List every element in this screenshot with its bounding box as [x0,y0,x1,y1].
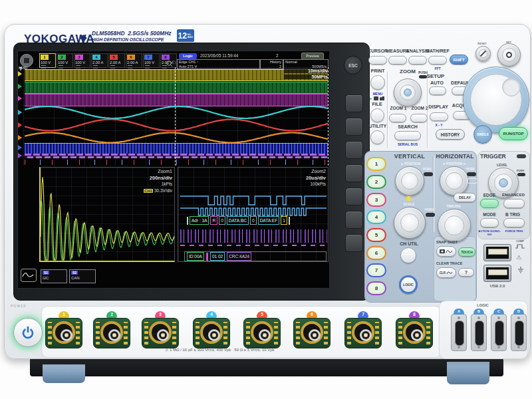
edge-button[interactable] [480,199,499,208]
display-mode-icon[interactable] [21,269,37,282]
softkey-7[interactable] [345,234,363,252]
horizontal-title: HORIZONTAL [435,153,475,160]
channel-scale-value: 100 V [75,61,90,65]
history-button[interactable]: HISTORY [436,129,465,140]
b-trig-button[interactable] [503,218,525,227]
channel-button[interactable]: 7 [366,263,386,277]
file-label: FILE [367,102,387,106]
measure-button[interactable] [388,56,407,65]
channel-status-box[interactable]: 4 2.00 A [91,53,108,68]
reset-knob[interactable] [475,46,491,61]
channel-button[interactable]: 3 [366,193,386,207]
softkey-6[interactable] [345,211,363,229]
run-stop-button[interactable]: RUN/STOP [499,127,528,140]
trigger-level-label: LEVEL [492,163,512,167]
channel-button[interactable]: 2 [366,175,386,189]
help-button[interactable]: ? [458,268,474,277]
bnc-channel-tab: 2 [106,311,117,318]
shift-button[interactable]: SHIFT [450,55,468,65]
bnc-inner-ring [208,329,220,341]
channel-status-box[interactable]: 5 2.00 A [108,53,125,68]
channel-button[interactable]: 4 [366,210,386,224]
power-icon [20,325,36,340]
softkey-1[interactable] [345,94,363,112]
bnc-connector: 6 [293,318,331,348]
vertical-scale-push-label: PUSH [425,208,434,211]
logic-button[interactable]: LOGIC [399,275,418,294]
utility-button[interactable] [370,130,384,144]
search-zoom-icon[interactable] [166,60,176,68]
channel-status-box[interactable]: 7 100 V [143,53,160,68]
zoom2-cursor-line[interactable] [328,67,329,166]
help-label: ? [459,269,473,276]
channel-status-box[interactable]: 3 100 V [74,53,90,68]
enhanced-button[interactable] [503,199,525,208]
vertical-position-knob[interactable] [395,166,424,196]
jog-shuttle-knob[interactable] [463,66,529,133]
touch-label: TOUCH [459,248,475,256]
logic-trace-row2 [25,156,328,158]
softkey-3[interactable] [345,141,363,159]
device-foot-left [43,364,85,383]
touch-button[interactable]: TOUCH [458,247,475,257]
channel-button[interactable]: 5 [366,228,386,242]
i2c-ack3: 1 [281,216,287,225]
display-button[interactable] [430,112,448,121]
logic-status-badge[interactable]: Logic [179,53,197,59]
single-button[interactable]: SINGLE [473,125,492,144]
math-ref-button[interactable] [428,56,447,65]
timediv-knob[interactable] [438,209,471,242]
set-knob[interactable] [497,43,521,66]
softkey-2[interactable] [345,118,363,136]
channel-button-number: 4 [375,214,378,220]
trigger-push-label: PUSH [517,169,524,172]
serial-bus-badge[interactable]: S2 CAN [69,269,96,283]
analysis-button[interactable] [408,56,427,65]
comp-label: COMP [513,239,527,243]
search-button[interactable] [394,131,421,140]
channel-button[interactable]: 8 [366,281,386,295]
channel-status-box[interactable]: 6 2.00 A [126,53,142,68]
model-subtitle: HIGH DEFINITION OSCILLOSCOPE [92,37,172,42]
delay-button[interactable]: DELAY [454,193,476,202]
port-slot [455,321,464,346]
ch-util-button[interactable] [400,247,416,263]
trigger-edge-icon: ↑ [197,60,199,64]
softkey-5[interactable] [345,188,363,205]
auto-button[interactable] [429,86,446,95]
clear-trace-button[interactable]: CLR [436,267,456,278]
channel-number-chip: 7 [144,55,152,60]
trace-marker-icon [18,84,22,89]
softkey-4[interactable] [345,164,363,182]
bnc-connector: 4 [193,318,230,348]
zoom1-cursor-line[interactable] [175,67,176,166]
usb-port-1 [483,244,511,261]
print-label: PRINT [367,68,388,73]
horizontal-position-knob[interactable] [440,166,469,196]
mode-button[interactable] [480,218,499,227]
timebase-value: 10ms/div [284,68,328,73]
bnc-channel-tab: 5 [257,311,267,318]
channel-button[interactable]: 1 [366,157,386,171]
xy-label: X - Y [430,123,448,127]
vertical-scale-knob[interactable] [394,207,426,239]
snap-shot-button[interactable] [436,246,456,257]
cursor-button[interactable] [368,56,387,65]
bnc-pads [48,322,52,344]
trace-ch2-band [25,82,328,94]
print-button[interactable] [370,75,385,90]
zoom1-button[interactable] [389,114,406,122]
serial-bus-badge[interactable]: S1 I2C [41,269,67,283]
esc-button[interactable]: ESC [344,56,362,74]
trace-ch1-band [25,69,328,81]
screen-menu-button[interactable] [20,54,33,67]
zoom2-button[interactable] [410,114,428,122]
channel-status-box[interactable]: 2 100 V [57,53,73,68]
channel-button[interactable]: 6 [366,246,386,260]
trace-marker-icon [18,96,22,101]
zoom-knob[interactable] [394,78,422,106]
bnc-inner-ring [61,329,72,341]
file-button[interactable] [370,108,384,122]
channel-status-box[interactable]: 1 100 V [39,53,56,68]
power-button[interactable] [13,318,43,347]
